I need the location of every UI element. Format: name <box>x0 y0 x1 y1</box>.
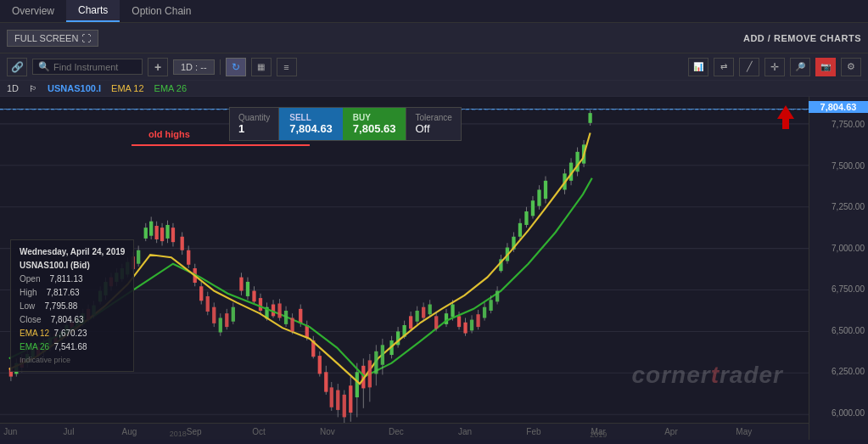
tab-overview[interactable]: Overview <box>0 0 66 22</box>
svg-rect-66 <box>246 282 249 296</box>
price-label-6000: 6,000.00 <box>832 407 865 417</box>
timeframe-selector[interactable]: 1D : -- <box>173 59 215 75</box>
link-icon-button[interactable]: 🔗 <box>7 58 27 76</box>
svg-rect-64 <box>239 278 243 291</box>
svg-rect-168 <box>428 305 432 315</box>
ema26-label: EMA 26 <box>154 83 188 93</box>
toolbar-right: ADD / REMOVE CHARTS <box>743 33 861 43</box>
svg-rect-132 <box>588 113 591 123</box>
instrument-search-container[interactable]: 🔍 <box>32 59 143 75</box>
buy-button[interactable]: BUY 7,805.63 <box>343 108 406 140</box>
chart-area[interactable]: 7,750.00 7,500.00 7,250.00 7,000.00 6,75… <box>0 97 868 440</box>
x-label-dec: Dec <box>389 427 404 436</box>
toolbar-separator <box>220 59 221 75</box>
fullscreen-button[interactable]: FULL SCREEN ⛶ <box>7 30 98 47</box>
zoom-button[interactable]: 🔎 <box>790 58 810 76</box>
x-label-may: May <box>736 427 752 436</box>
svg-rect-148 <box>206 296 210 312</box>
chart-type-button[interactable]: ▦ <box>251 58 272 76</box>
ema12-label: EMA 12 <box>111 83 144 93</box>
svg-rect-82 <box>318 356 322 374</box>
price-label-6750: 6,750.00 <box>832 284 865 294</box>
compare-button[interactable]: ⇄ <box>714 58 734 76</box>
zoom-icon: 🔎 <box>795 62 805 71</box>
price-label-7750: 7,750.00 <box>832 120 865 129</box>
svg-rect-54 <box>171 228 175 242</box>
svg-rect-120 <box>537 190 540 206</box>
svg-rect-106 <box>463 323 467 334</box>
old-highs-line <box>132 144 310 146</box>
svg-rect-114 <box>518 223 522 237</box>
x-label-2018: 2018 <box>170 430 187 438</box>
drawing-tools-button[interactable]: ≡ <box>277 58 297 76</box>
chart-toolbar-left: 🔗 🔍 + 1D : -- ↻ ▦ ≡ <box>7 58 297 76</box>
svg-rect-180 <box>496 291 499 302</box>
x-label-nov: Nov <box>320 427 335 436</box>
svg-rect-170 <box>434 316 438 329</box>
compare-icon: ⇄ <box>720 62 727 71</box>
svg-rect-188 <box>330 387 333 407</box>
top-nav: Overview Charts Option Chain <box>0 0 868 23</box>
price-axis: 7,750.00 7,500.00 7,250.00 7,000.00 6,75… <box>809 97 868 440</box>
svg-marker-193 <box>777 105 794 129</box>
chart-timeframe-label: 1D <box>7 83 19 93</box>
screenshot-button[interactable]: 📷 <box>815 58 836 76</box>
draw-line-button[interactable]: ╱ <box>739 58 759 76</box>
svg-rect-86 <box>349 385 352 413</box>
fullscreen-icon: ⛶ <box>81 33 91 43</box>
instrument-label: USNAS100.I <box>48 83 101 93</box>
toolbar-left: FULL SCREEN ⛶ <box>7 30 98 47</box>
x-label-sep: Sep <box>187 427 202 436</box>
trade-widget: Quantity 1 SELL 7,804.63 BUY 7,805.63 To… <box>229 107 462 141</box>
svg-rect-88 <box>356 372 359 397</box>
svg-rect-128 <box>575 152 579 171</box>
trade-tolerance: Tolerance Off <box>406 108 460 140</box>
settings-button[interactable]: ⚙ <box>841 58 861 76</box>
refresh-button[interactable]: ↻ <box>226 58 246 76</box>
svg-rect-166 <box>422 307 425 318</box>
x-label-oct: Oct <box>252 427 266 436</box>
price-label-7500: 7,500.00 <box>832 160 865 170</box>
svg-rect-192 <box>343 395 346 418</box>
svg-rect-190 <box>336 391 339 410</box>
svg-rect-146 <box>137 250 140 264</box>
price-label-6250: 6,250.00 <box>832 367 865 376</box>
svg-rect-172 <box>470 320 473 331</box>
svg-rect-184 <box>284 311 288 324</box>
svg-rect-62 <box>199 286 203 301</box>
svg-rect-50 <box>160 228 164 241</box>
svg-rect-164 <box>415 311 418 322</box>
svg-rect-182 <box>277 303 281 318</box>
svg-rect-68 <box>252 291 255 302</box>
x-label-feb: Feb <box>526 427 540 436</box>
sell-button[interactable]: SELL 7,804.63 <box>279 108 343 140</box>
svg-rect-156 <box>232 307 235 322</box>
svg-rect-52 <box>165 225 169 239</box>
add-instrument-button[interactable]: + <box>148 58 168 76</box>
main-toolbar: FULL SCREEN ⛶ ADD / REMOVE CHARTS <box>0 23 868 53</box>
price-label-7000: 7,000.00 <box>832 243 865 252</box>
tab-option-chain[interactable]: Option Chain <box>120 0 203 22</box>
svg-rect-44 <box>144 228 148 239</box>
svg-rect-174 <box>476 314 479 327</box>
x-axis: Jun Jul Aug Sep Oct Nov Dec Jan 2018 Feb… <box>0 423 809 440</box>
crosshair-button[interactable]: ✛ <box>764 58 785 76</box>
x-label-jul: Jul <box>64 427 75 436</box>
svg-rect-152 <box>219 318 222 332</box>
x-label-jan: Jan <box>458 427 472 436</box>
x-label-apr: Apr <box>664 427 678 436</box>
chart-labels-row: 1D 🏳 USNAS100.I EMA 12 EMA 26 <box>0 81 868 97</box>
chart-toolbar-right: 📊 ⇄ ╱ ✛ 🔎 📷 ⚙ <box>688 58 861 76</box>
svg-rect-76 <box>299 309 302 323</box>
svg-rect-84 <box>324 372 328 391</box>
line-icon: ╱ <box>747 61 753 72</box>
svg-rect-98 <box>409 316 412 329</box>
tab-charts[interactable]: Charts <box>66 0 120 22</box>
add-remove-charts-button[interactable]: ADD / REMOVE CHARTS <box>743 33 861 43</box>
svg-rect-162 <box>381 345 384 364</box>
x-label-jun: Jun <box>3 427 17 436</box>
indicators-button[interactable]: 📊 <box>688 58 708 76</box>
search-input[interactable] <box>53 62 138 72</box>
camera-icon: 📷 <box>820 62 831 71</box>
gear-icon: ⚙ <box>847 61 855 72</box>
